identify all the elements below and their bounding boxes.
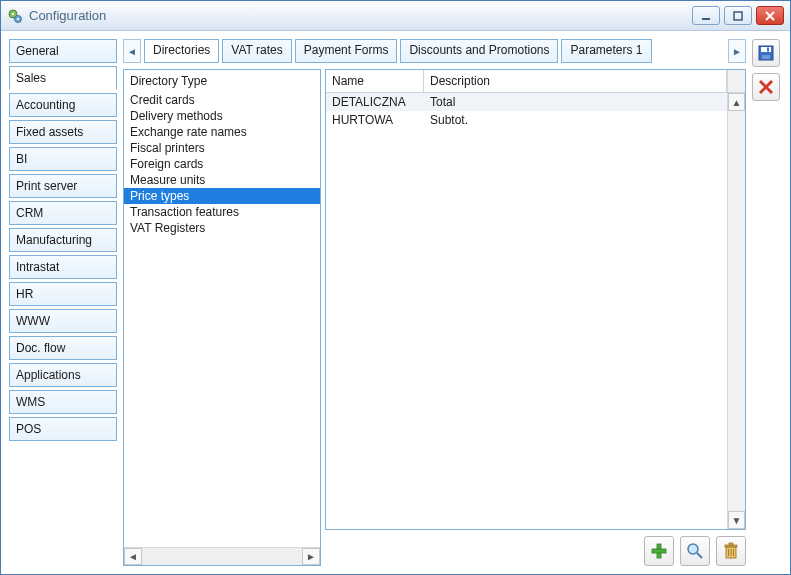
cancel-button[interactable] <box>752 73 780 101</box>
tab-vat-rates[interactable]: VAT rates <box>222 39 291 63</box>
delete-button[interactable] <box>716 536 746 566</box>
sidebar-item-www[interactable]: WWW <box>9 309 117 333</box>
directory-item[interactable]: Fiscal printers <box>124 140 320 156</box>
vertical-scrollbar[interactable]: ▲ ▼ <box>727 93 745 529</box>
tab-scroll-right[interactable]: ► <box>728 39 746 63</box>
sidebar-item-accounting[interactable]: Accounting <box>9 93 117 117</box>
sidebar-item-label: Doc. flow <box>16 341 65 355</box>
sidebar-item-manufacturing[interactable]: Manufacturing <box>9 228 117 252</box>
horizontal-scrollbar[interactable]: ◄ ► <box>124 547 320 565</box>
directory-item-label: VAT Registers <box>130 221 205 235</box>
directory-type-list: Credit cards Delivery methods Exchange r… <box>124 92 320 547</box>
sidebar-item-general[interactable]: General <box>9 39 117 63</box>
directory-item-label: Exchange rate names <box>130 125 247 139</box>
sidebar-item-label: Print server <box>16 179 77 193</box>
column-header-description[interactable]: Description <box>424 70 727 92</box>
directory-item-label: Foreign cards <box>130 157 203 171</box>
chevron-up-icon[interactable]: ▲ <box>728 93 745 111</box>
table-row[interactable]: DETALICZNA Total <box>326 93 727 111</box>
sidebar-item-label: Fixed assets <box>16 125 83 139</box>
svg-rect-4 <box>702 18 710 20</box>
svg-line-11 <box>697 553 702 558</box>
directory-type-header: Directory Type <box>124 70 320 92</box>
tab-label: Parameters 1 <box>570 43 642 57</box>
table-body: DETALICZNA Total HURTOWA Subtot. <box>326 93 727 529</box>
directory-item[interactable]: Transaction features <box>124 204 320 220</box>
sidebar-item-fixed-assets[interactable]: Fixed assets <box>9 120 117 144</box>
tab-label: Payment Forms <box>304 43 389 57</box>
sidebar-item-label: POS <box>16 422 41 436</box>
tab-bar: ◄ Directories VAT rates Payment Forms Di… <box>123 39 746 63</box>
sidebar-item-label: Sales <box>16 71 46 85</box>
svg-rect-19 <box>761 47 771 52</box>
sidebar-item-print-server[interactable]: Print server <box>9 174 117 198</box>
search-button[interactable] <box>680 536 710 566</box>
chevron-left-icon: ◄ <box>127 46 137 57</box>
sidebar-item-sales[interactable]: Sales <box>9 66 117 90</box>
svg-rect-5 <box>734 12 742 20</box>
close-icon <box>758 79 774 95</box>
tab-label: Directories <box>153 43 210 57</box>
svg-rect-9 <box>652 549 666 553</box>
sidebar-item-label: General <box>16 44 59 58</box>
add-button[interactable] <box>644 536 674 566</box>
tab-scroll-left[interactable]: ◄ <box>123 39 141 63</box>
cell-name: DETALICZNA <box>326 93 424 111</box>
sidebar-item-doc-flow[interactable]: Doc. flow <box>9 336 117 360</box>
maximize-button[interactable] <box>724 6 752 25</box>
svg-point-3 <box>17 17 19 19</box>
chevron-left-icon[interactable]: ◄ <box>124 548 142 565</box>
directory-item-label: Fiscal printers <box>130 141 205 155</box>
directory-item[interactable]: Credit cards <box>124 92 320 108</box>
sidebar-item-label: CRM <box>16 206 43 220</box>
tab-directories[interactable]: Directories <box>144 39 219 63</box>
sidebar-item-applications[interactable]: Applications <box>9 363 117 387</box>
chevron-down-icon[interactable]: ▼ <box>728 511 745 529</box>
sidebar-item-label: Applications <box>16 368 81 382</box>
sidebar-item-crm[interactable]: CRM <box>9 201 117 225</box>
directory-item[interactable]: Foreign cards <box>124 156 320 172</box>
tab-discounts-and-promotions[interactable]: Discounts and Promotions <box>400 39 558 63</box>
directory-item-label: Transaction features <box>130 205 239 219</box>
sidebar-item-hr[interactable]: HR <box>9 282 117 306</box>
sidebar-item-wms[interactable]: WMS <box>9 390 117 414</box>
sidebar-item-label: Manufacturing <box>16 233 92 247</box>
sidebar: General Sales Accounting Fixed assets BI… <box>9 39 117 566</box>
close-button[interactable] <box>756 6 784 25</box>
table-header: Name Description <box>326 70 745 93</box>
scrollbar-gutter <box>727 70 745 92</box>
directory-item[interactable]: VAT Registers <box>124 220 320 236</box>
tab-label: Discounts and Promotions <box>409 43 549 57</box>
sidebar-item-intrastat[interactable]: Intrastat <box>9 255 117 279</box>
save-icon <box>757 44 775 62</box>
plus-icon <box>650 542 668 560</box>
right-rail <box>752 39 782 566</box>
cell-description: Total <box>424 93 727 111</box>
directory-item-label: Credit cards <box>130 93 195 107</box>
directory-item[interactable]: Measure units <box>124 172 320 188</box>
svg-rect-21 <box>767 48 769 52</box>
titlebar: Configuration <box>1 1 790 31</box>
directory-item[interactable]: Delivery methods <box>124 108 320 124</box>
scrollbar-track[interactable] <box>142 548 302 565</box>
directory-item[interactable]: Exchange rate names <box>124 124 320 140</box>
sidebar-item-label: WWW <box>16 314 50 328</box>
sidebar-item-pos[interactable]: POS <box>9 417 117 441</box>
tab-label: VAT rates <box>231 43 282 57</box>
price-types-table: Name Description DETALICZNA Total HURTOW… <box>325 69 746 530</box>
svg-rect-14 <box>729 543 733 545</box>
chevron-right-icon[interactable]: ► <box>302 548 320 565</box>
table-row[interactable]: HURTOWA Subtot. <box>326 111 727 129</box>
column-header-name[interactable]: Name <box>326 70 424 92</box>
save-button[interactable] <box>752 39 780 67</box>
minimize-button[interactable] <box>692 6 720 25</box>
tab-payment-forms[interactable]: Payment Forms <box>295 39 398 63</box>
table-actions <box>325 530 746 566</box>
trash-icon <box>723 542 739 560</box>
directory-item-label: Delivery methods <box>130 109 223 123</box>
tab-parameters-1[interactable]: Parameters 1 <box>561 39 651 63</box>
sidebar-item-label: BI <box>16 152 27 166</box>
directory-item[interactable]: Price types <box>124 188 320 204</box>
window-buttons <box>692 6 784 25</box>
sidebar-item-bi[interactable]: BI <box>9 147 117 171</box>
